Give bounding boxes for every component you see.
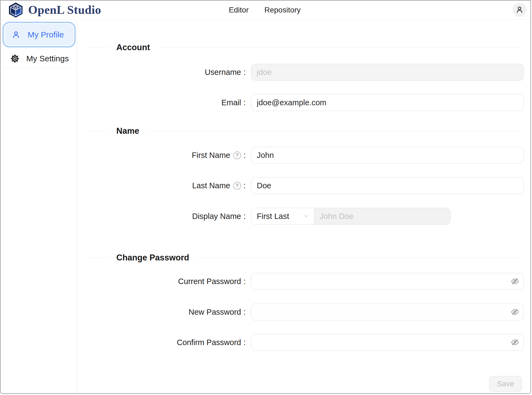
toggle-password-visibility-button[interactable] — [510, 277, 520, 286]
app-header: OpenL Studio Editor Repository — [1, 1, 530, 20]
section-divider-change-password: Change Password — [88, 251, 522, 264]
colon: : — [243, 98, 246, 107]
display-name-preview-input — [314, 208, 450, 224]
user-icon — [515, 5, 524, 14]
eye-invisible-icon — [511, 277, 519, 285]
section-divider-name: Name — [88, 125, 522, 137]
form-row-username: Username: — [77, 64, 530, 81]
sidebar-item-my-settings[interactable]: My Settings — [1, 52, 77, 65]
nav-editor[interactable]: Editor — [229, 6, 249, 14]
section-title: Account — [116, 43, 150, 52]
colon: : — [243, 68, 246, 77]
sidebar-divider — [1, 68, 77, 69]
email-input[interactable] — [251, 94, 524, 111]
colon: : — [243, 212, 246, 221]
new-password-input[interactable] — [251, 304, 524, 320]
user-menu-button[interactable] — [512, 3, 527, 17]
confirm-password-label: Confirm Password: — [77, 338, 251, 347]
display-name-select-value: First Last — [257, 212, 289, 221]
sidebar-item-my-profile[interactable]: My Profile — [2, 22, 76, 47]
colon: : — [243, 277, 246, 286]
form-row-new-password: New Password: — [77, 304, 530, 320]
brand[interactable]: OpenL Studio — [1, 2, 101, 18]
colon: : — [243, 151, 246, 160]
eye-invisible-icon — [511, 308, 519, 316]
email-label: Email: — [77, 98, 251, 107]
form-row-display-name: Display Name: First Last — [77, 208, 530, 225]
profile-user-icon — [11, 30, 21, 39]
display-name-select[interactable]: First Last — [251, 208, 314, 224]
username-input — [251, 64, 524, 81]
sidebar: My Profile My Settings — [1, 20, 77, 394]
top-navigation: Editor Repository — [229, 1, 301, 19]
nav-repository[interactable]: Repository — [264, 6, 301, 14]
form-row-confirm-password: Confirm Password: — [77, 334, 530, 351]
display-name-group: First Last — [251, 208, 450, 225]
current-password-label: Current Password: — [77, 277, 251, 286]
new-password-label: New Password: — [77, 308, 251, 317]
section-divider-account: Account — [88, 41, 522, 54]
last-name-input[interactable] — [251, 177, 524, 194]
save-row: Save — [77, 376, 522, 392]
form-row-email: Email: — [77, 94, 530, 111]
form-row-last-name: Last Name ? : — [77, 177, 530, 194]
first-name-input[interactable] — [251, 147, 524, 164]
save-button[interactable]: Save — [489, 376, 522, 392]
toggle-password-visibility-button[interactable] — [510, 307, 520, 317]
colon: : — [243, 308, 246, 317]
app-window: OpenL Studio Editor Repository — [0, 0, 531, 394]
profile-form: Account Username: Email: N — [77, 20, 530, 394]
app-title: OpenL Studio — [28, 3, 101, 17]
form-row-current-password: Current Password: — [77, 273, 530, 290]
help-icon[interactable]: ? — [233, 151, 241, 159]
gear-icon — [11, 54, 19, 63]
first-name-label: First Name ? : — [77, 151, 251, 160]
last-name-label: Last Name ? : — [77, 181, 251, 190]
sidebar-item-label: My Profile — [28, 30, 64, 39]
colon: : — [243, 181, 246, 190]
sidebar-item-label: My Settings — [26, 54, 69, 63]
chevron-down-icon — [303, 213, 310, 220]
section-title: Name — [116, 126, 139, 136]
display-name-label: Display Name: — [77, 212, 251, 221]
current-password-input[interactable] — [251, 273, 524, 290]
username-label: Username: — [77, 68, 251, 77]
colon: : — [243, 338, 246, 347]
form-row-first-name: First Name ? : — [77, 147, 530, 164]
help-icon[interactable]: ? — [233, 182, 241, 190]
confirm-password-input[interactable] — [251, 334, 524, 351]
openl-logo-icon — [8, 2, 23, 18]
toggle-password-visibility-button[interactable] — [510, 338, 520, 347]
eye-invisible-icon — [511, 338, 519, 346]
section-title: Change Password — [116, 253, 189, 263]
